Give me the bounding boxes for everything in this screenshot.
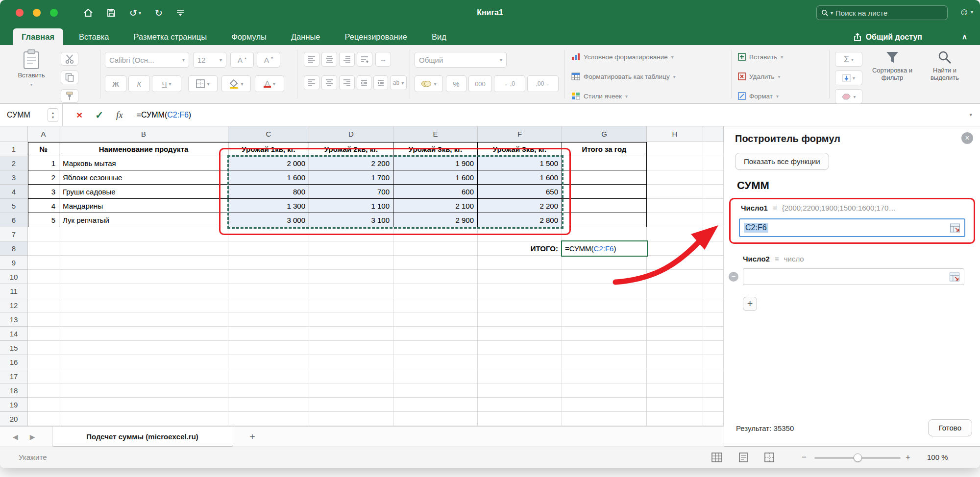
cell-F19[interactable]: [478, 398, 562, 412]
cell-B14[interactable]: [59, 327, 228, 341]
cell-x14[interactable]: [703, 327, 724, 341]
decrease-indent-button[interactable]: [357, 75, 371, 90]
fill-color-button[interactable]: ▾: [221, 75, 251, 92]
show-all-functions-button[interactable]: Показать все функции: [735, 153, 829, 170]
fullscreen-window-button[interactable]: [50, 9, 58, 17]
cell-H19[interactable]: [647, 398, 703, 412]
column-header-A[interactable]: A: [28, 126, 59, 142]
wrap-text-button[interactable]: [357, 52, 372, 67]
row-header-7[interactable]: 7: [0, 227, 28, 241]
stepper-down-icon[interactable]: ▾: [52, 115, 54, 119]
cell-C6[interactable]: 3 000: [228, 213, 309, 227]
cell-C12[interactable]: [228, 298, 309, 312]
column-header-B[interactable]: B: [59, 126, 228, 142]
cell-A14[interactable]: [28, 327, 59, 341]
cell-E3[interactable]: 1 600: [393, 170, 478, 185]
cell-B6[interactable]: Лук репчатый: [59, 213, 228, 227]
row-header-1[interactable]: 1: [0, 142, 28, 156]
row-header-20[interactable]: 20: [0, 412, 28, 426]
page-layout-view-icon[interactable]: [739, 453, 748, 464]
add-argument-button[interactable]: +: [743, 297, 757, 311]
cell-B10[interactable]: [59, 270, 228, 284]
cell-x18[interactable]: [703, 383, 724, 398]
cell-H18[interactable]: [647, 383, 703, 398]
select-all-corner[interactable]: [0, 126, 28, 142]
cell-x10[interactable]: [703, 270, 724, 284]
cell-G2[interactable]: [562, 156, 647, 170]
ribbon-tab-3[interactable]: Разметка страницы: [124, 28, 216, 45]
cell-D17[interactable]: [309, 369, 393, 383]
cell-G16[interactable]: [562, 355, 647, 369]
ribbon-tab-1[interactable]: Главная: [13, 28, 63, 45]
row-header-3[interactable]: 3: [0, 170, 28, 185]
cell-F6[interactable]: 2 800: [478, 213, 562, 227]
cell-H14[interactable]: [647, 327, 703, 341]
next-sheet-icon[interactable]: ▶: [30, 433, 35, 441]
cell-D6[interactable]: 3 100: [309, 213, 393, 227]
cell-H16[interactable]: [647, 355, 703, 369]
column-header-blank[interactable]: [703, 126, 724, 142]
cell-A6[interactable]: 5: [28, 213, 59, 227]
cell-D9[interactable]: [309, 256, 393, 270]
cell-E16[interactable]: [393, 355, 478, 369]
range-selector-icon[interactable]: [949, 272, 960, 282]
cell-C14[interactable]: [228, 327, 309, 341]
cell-G3[interactable]: [562, 170, 647, 185]
clear-button[interactable]: ▾: [835, 89, 862, 104]
cancel-entry-icon[interactable]: ×: [76, 109, 82, 121]
cell-E12[interactable]: [393, 298, 478, 312]
cell-A8[interactable]: [28, 241, 59, 256]
cell-A11[interactable]: [28, 284, 59, 298]
cell-B15[interactable]: [59, 341, 228, 355]
cell-F11[interactable]: [478, 284, 562, 298]
align-bottom-button[interactable]: [339, 52, 355, 67]
cell-E2[interactable]: 1 900: [393, 156, 478, 170]
cell-F5[interactable]: 2 200: [478, 199, 562, 213]
save-icon[interactable]: [107, 8, 116, 17]
cell-B3[interactable]: Яблоки сезонные: [59, 170, 228, 185]
cell-G17[interactable]: [562, 369, 647, 383]
ribbon-tab-4[interactable]: Формулы: [222, 28, 275, 45]
cell-A4[interactable]: 3: [28, 185, 59, 199]
stepper-up-icon[interactable]: ▴: [52, 111, 54, 115]
cell-H13[interactable]: [647, 312, 703, 327]
cell-G1[interactable]: Итого за год: [562, 142, 647, 156]
worksheet-grid[interactable]: ABCDEFGH1№Наименование продуктаУрожай 1к…: [0, 126, 724, 426]
share-button[interactable]: Общий доступ: [853, 33, 922, 42]
insert-function-icon[interactable]: fx: [116, 110, 123, 120]
cell-C17[interactable]: [228, 369, 309, 383]
feedback-smiley-icon[interactable]: ☺▾: [959, 6, 973, 18]
cell-F14[interactable]: [478, 327, 562, 341]
delete-cells-button[interactable]: Удалить ▾: [738, 72, 781, 80]
copy-button[interactable]: [61, 71, 78, 84]
cell-F20[interactable]: [478, 412, 562, 426]
column-header-C[interactable]: C: [228, 126, 309, 142]
cell-B13[interactable]: [59, 312, 228, 327]
row-header-15[interactable]: 15: [0, 341, 28, 355]
cell-x1[interactable]: [703, 142, 724, 156]
borders-button[interactable]: ▾: [188, 75, 218, 92]
ribbon-tab-7[interactable]: Вид: [423, 28, 455, 45]
cell-F9[interactable]: [478, 256, 562, 270]
decrease-font-size-button[interactable]: А▾: [257, 52, 280, 68]
cell-E9[interactable]: [393, 256, 478, 270]
cell-F3[interactable]: 1 600: [478, 170, 562, 185]
cell-D14[interactable]: [309, 327, 393, 341]
cell-B7[interactable]: [59, 227, 228, 241]
cell-G14[interactable]: [562, 327, 647, 341]
cell-C7[interactable]: [228, 227, 309, 241]
cell-H3[interactable]: [647, 170, 703, 185]
collapse-ribbon-icon[interactable]: ∧: [962, 32, 967, 41]
cell-E8[interactable]: [393, 241, 478, 256]
row-header-16[interactable]: 16: [0, 355, 28, 369]
cell-F2[interactable]: 1 500: [478, 156, 562, 170]
row-header-5[interactable]: 5: [0, 199, 28, 213]
home-icon[interactable]: [83, 8, 93, 17]
decrease-decimal-button[interactable]: ,00→: [527, 75, 559, 92]
format-as-table-button[interactable]: Форматировать как таблицу ▾: [571, 72, 676, 80]
prev-sheet-icon[interactable]: ◀: [13, 433, 18, 441]
find-select-button[interactable]: Найти и выделить: [919, 50, 970, 81]
cell-x6[interactable]: [703, 213, 724, 227]
sort-filter-button[interactable]: Сортировка и фильтр: [868, 50, 916, 81]
cell-x13[interactable]: [703, 312, 724, 327]
